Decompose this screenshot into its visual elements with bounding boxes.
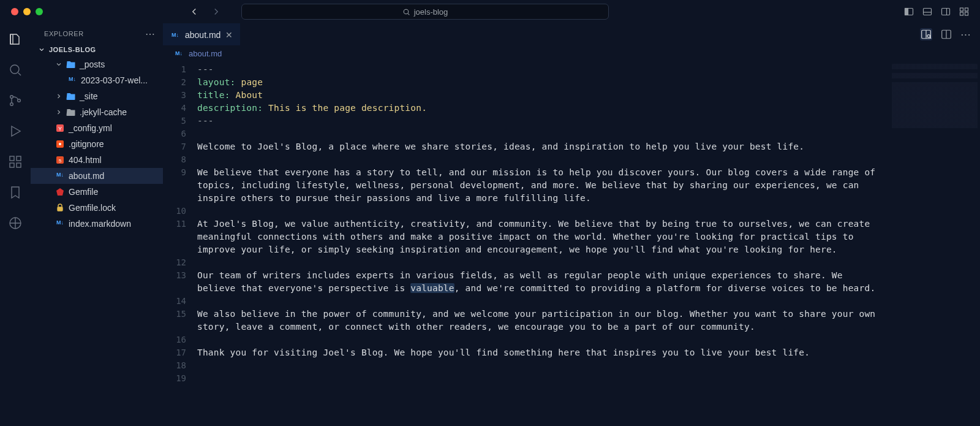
folder--posts[interactable]: _posts: [31, 56, 163, 72]
tree-item-label: .jekyll-cache: [80, 107, 127, 117]
close-tab-icon[interactable]: ✕: [225, 30, 233, 40]
line-number: 1: [163, 63, 186, 76]
svg-rect-5: [942, 9, 950, 15]
svg-rect-3: [924, 9, 932, 15]
tree-item-label: 404.html: [69, 155, 102, 165]
code-line: ---: [197, 63, 876, 76]
code-line: [197, 333, 876, 346]
close-window-button[interactable]: [11, 8, 18, 15]
project-root[interactable]: JOELS-BLOG: [31, 44, 163, 55]
svg-rect-7: [960, 8, 963, 11]
search-activity[interactable]: [8, 63, 23, 77]
code-line: [197, 372, 876, 385]
toggle-primary-sidebar-icon[interactable]: [904, 7, 914, 17]
editor-body[interactable]: 12345678910111213141516171819 ---layout:…: [163, 61, 980, 426]
breadcrumb[interactable]: M↓ about.md: [163, 45, 980, 61]
sidebar-header: EXPLORER ⋯: [31, 23, 163, 44]
code-line: Our team of writers includes experts in …: [197, 269, 876, 295]
source-control-activity[interactable]: [8, 93, 23, 108]
customize-layout-icon[interactable]: [959, 7, 969, 17]
line-number: 5: [163, 115, 186, 127]
folder--site[interactable]: _site: [31, 88, 163, 104]
code-content[interactable]: ---layout: pagetitle: Aboutdescription: …: [197, 61, 980, 426]
line-number: 4: [163, 102, 186, 115]
nav-arrows: [189, 6, 222, 17]
svg-point-30: [927, 35, 930, 38]
svg-rect-9: [960, 12, 963, 15]
minimap[interactable]: [892, 64, 978, 156]
svg-rect-2: [905, 9, 908, 15]
git-file-icon: [55, 139, 65, 149]
file-about-md[interactable]: M↓about.md: [31, 168, 163, 184]
minimize-window-button[interactable]: [23, 8, 31, 15]
line-number: 16: [163, 333, 186, 346]
chevron-down-icon: [38, 46, 45, 53]
file-404-html[interactable]: 5404.html: [31, 152, 163, 168]
file-gemfile[interactable]: Gemfile: [31, 184, 163, 200]
svg-rect-16: [10, 163, 14, 167]
toggle-secondary-sidebar-icon[interactable]: [941, 7, 951, 17]
svg-marker-26: [56, 188, 64, 196]
code-line: description: This is the page descriptio…: [197, 102, 876, 115]
code-line: Thank you for visiting Joel's Blog. We h…: [197, 346, 876, 359]
forward-button[interactable]: [211, 6, 222, 17]
code-line: [197, 153, 876, 166]
code-line: At Joel's Blog, we value authenticity, c…: [197, 218, 876, 256]
markdown-icon: M↓: [174, 50, 184, 57]
svg-rect-18: [17, 156, 21, 161]
code-line: We also believe in the power of communit…: [197, 308, 876, 333]
tree-item-label: Gemfile.lock: [69, 203, 116, 213]
svg-point-23: [59, 143, 61, 145]
search-label: joels-blog: [414, 7, 448, 17]
editor-area: M↓ about.md ✕ ⋯ M↓ about.md 123456789101…: [163, 23, 980, 426]
tree-item-label: _posts: [80, 59, 105, 69]
svg-rect-27: [58, 207, 62, 211]
line-number-gutter: 12345678910111213141516171819: [163, 61, 197, 426]
sidebar-more-icon[interactable]: ⋯: [145, 28, 156, 40]
svg-rect-10: [965, 12, 968, 15]
run-debug-activity[interactable]: [8, 124, 23, 139]
editor-more-actions-icon[interactable]: ⋯: [960, 29, 971, 40]
code-line: [197, 127, 876, 140]
folder--jekyll-cache[interactable]: .jekyll-cache: [31, 104, 163, 120]
svg-rect-15: [10, 156, 14, 161]
markdown-icon: M↓: [170, 31, 180, 39]
lock-file-icon: [55, 203, 65, 213]
tab-about-md[interactable]: M↓ about.md ✕: [163, 23, 240, 45]
tree-item-label: .gitignore: [69, 139, 104, 149]
maximize-window-button[interactable]: [36, 8, 43, 15]
file--gitignore[interactable]: .gitignore: [31, 136, 163, 152]
code-line: [197, 359, 876, 372]
line-number: 8: [163, 153, 186, 166]
toggle-panel-icon[interactable]: [922, 7, 932, 17]
line-number: 14: [163, 295, 186, 308]
command-center-search[interactable]: joels-blog: [241, 4, 609, 20]
bookmark-activity[interactable]: [8, 185, 23, 200]
extensions-activity[interactable]: [8, 154, 23, 169]
md-file-icon: M↓: [55, 219, 65, 229]
file--config-yml[interactable]: Y_config.yml: [31, 120, 163, 136]
svg-point-13: [10, 103, 13, 106]
line-number: 6: [163, 127, 186, 140]
remote-activity[interactable]: [8, 216, 23, 230]
window-controls: [11, 8, 43, 15]
split-editor-icon[interactable]: [941, 29, 952, 40]
open-preview-side-icon[interactable]: [920, 28, 932, 40]
folder-icon: [66, 91, 76, 101]
line-number: 10: [163, 205, 186, 218]
code-line: ---: [197, 115, 876, 127]
code-line: Welcome to Joel's Blog, a place where we…: [197, 140, 876, 153]
file-gemfile-lock[interactable]: Gemfile.lock: [31, 200, 163, 216]
file-2023-03-07-wel-[interactable]: M↓2023-03-07-wel...: [31, 72, 163, 88]
tree-item-label: Gemfile: [69, 187, 98, 197]
explorer-activity[interactable]: [8, 32, 23, 47]
code-line: [197, 295, 876, 308]
md-file-icon: M↓: [67, 75, 77, 85]
file-index-markdown[interactable]: M↓index.markdown: [31, 216, 163, 232]
back-button[interactable]: [189, 6, 200, 17]
tree-item-label: _site: [80, 91, 98, 101]
svg-text:5: 5: [59, 158, 62, 164]
svg-point-0: [404, 9, 409, 14]
yml-file-icon: Y: [55, 123, 65, 133]
html-file-icon: 5: [55, 155, 65, 165]
